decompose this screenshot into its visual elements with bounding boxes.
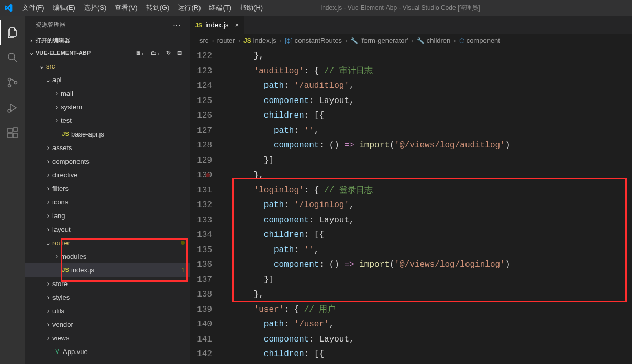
chevron-right-icon: › [44, 334, 52, 342]
tree-item[interactable]: ›directive [25, 168, 190, 181]
breakpoint-icon[interactable] [206, 173, 210, 177]
menu-edit[interactable]: 编辑(E) [49, 1, 80, 15]
tree-item[interactable]: ›store [25, 277, 190, 290]
chevron-right-icon: › [27, 37, 36, 43]
line-number[interactable]: 133 [190, 213, 212, 228]
bc-form[interactable]: 'form-generator' [360, 37, 408, 44]
line-number[interactable]: 142 [190, 347, 212, 362]
tree-item[interactable]: ›components [25, 154, 190, 168]
tree-item[interactable]: ›icons [25, 195, 190, 209]
title-bar: 文件(F) 编辑(E) 选择(S) 查看(V) 转到(G) 运行(R) 终端(T… [0, 0, 632, 16]
tree-item-label: api [52, 76, 190, 84]
tree-item[interactable]: ›lang [25, 209, 190, 222]
tree-item[interactable]: ›utils [25, 304, 190, 317]
line-number[interactable]: 122 [190, 49, 212, 64]
extensions-icon [6, 127, 19, 139]
tree-item[interactable]: ⌄api [25, 73, 190, 86]
tree-item-label: App.vue [63, 348, 190, 356]
menu-run[interactable]: 运行(R) [173, 1, 205, 15]
line-number[interactable]: 127 [190, 123, 212, 139]
refresh-icon[interactable]: ↻ [166, 50, 171, 56]
new-file-icon[interactable]: 🗎₊ [136, 50, 145, 56]
line-number[interactable]: 134 [190, 228, 212, 243]
collapse-icon[interactable]: ⊟ [177, 50, 182, 56]
project-section[interactable]: ⌄ VUE-ELEMENT-ABP 🗎₊ 🗀₊ ↻ ⊟ [25, 47, 190, 59]
chevron-down-icon: ⌄ [44, 75, 52, 84]
menu-file[interactable]: 文件(F) [18, 1, 49, 15]
line-number[interactable]: 138 [190, 287, 212, 302]
menu-view[interactable]: 查看(V) [110, 1, 141, 15]
line-number[interactable]: 141 [190, 332, 212, 347]
activity-extensions[interactable] [0, 120, 25, 145]
tree-item[interactable]: ›test [25, 113, 190, 127]
tab-index-js[interactable]: JS index.js × [190, 16, 245, 34]
breadcrumbs[interactable]: src› router› JS index.js› [ϕ] constantRo… [190, 34, 632, 48]
tree-item[interactable]: ›views [25, 331, 190, 345]
line-number[interactable]: 131 [190, 183, 212, 198]
line-number[interactable]: 135 [190, 243, 212, 258]
bc-children[interactable]: children [427, 37, 451, 44]
menu-terminal[interactable]: 终端(T) [205, 1, 236, 15]
line-number[interactable]: 125 [190, 94, 212, 109]
tree-item[interactable]: ⌄src [25, 59, 190, 73]
svg-point-1 [8, 78, 11, 81]
tree-item[interactable]: ›assets [25, 141, 190, 154]
line-number[interactable]: 132 [190, 198, 212, 213]
editor-tabs: JS index.js × [190, 16, 632, 34]
activity-search[interactable] [0, 45, 25, 70]
tree-item[interactable]: ›mall [25, 86, 190, 100]
line-number[interactable]: 136 [190, 257, 212, 272]
open-editors-section[interactable]: › 打开的编辑器 [25, 34, 190, 47]
line-number[interactable]: 137 [190, 272, 212, 288]
new-folder-icon[interactable]: 🗀₊ [151, 50, 160, 56]
activity-explorer[interactable] [0, 20, 25, 45]
git-modified-icon [181, 241, 185, 245]
bc-router[interactable]: router [217, 37, 235, 44]
chevron-right-icon: › [44, 306, 52, 315]
debug-icon [6, 101, 19, 114]
tree-item-label: utils [52, 307, 190, 315]
tree-item[interactable]: ›system [25, 100, 190, 113]
tree-item[interactable]: ›vendor [25, 317, 190, 331]
wrench-icon: 🔧 [350, 37, 358, 44]
svg-rect-5 [8, 128, 12, 132]
svg-point-2 [8, 85, 11, 87]
bc-file[interactable]: index.js [253, 37, 276, 44]
line-number[interactable]: 128 [190, 138, 212, 153]
menu-help[interactable]: 帮助(H) [236, 1, 267, 15]
bc-const[interactable]: constantRoutes [295, 37, 342, 44]
bc-component[interactable]: component [467, 37, 500, 44]
close-icon[interactable]: × [235, 21, 239, 29]
menu-select[interactable]: 选择(S) [80, 1, 110, 15]
files-icon [7, 26, 19, 39]
tree-item[interactable]: ›modules [25, 249, 190, 263]
chevron-right-icon: › [44, 198, 52, 206]
tree-item[interactable]: JSbase-api.js [25, 127, 190, 141]
svg-rect-7 [13, 133, 17, 138]
tree-item[interactable]: ⌄router [25, 236, 190, 249]
activity-scm[interactable] [0, 70, 25, 95]
line-number[interactable]: 129 [190, 153, 212, 168]
line-number[interactable]: 123 [190, 64, 212, 79]
tab-label: index.js [205, 21, 228, 29]
more-icon[interactable]: ··· [173, 20, 181, 30]
line-number[interactable]: 140 [190, 317, 212, 332]
tree-item[interactable]: VApp.vue [25, 345, 190, 358]
line-number[interactable]: 126 [190, 108, 212, 123]
svg-point-0 [8, 53, 15, 60]
line-number[interactable]: 139 [190, 302, 212, 317]
activity-debug[interactable] [0, 95, 25, 120]
tree-item[interactable]: ›styles [25, 290, 190, 304]
line-number[interactable]: 124 [190, 78, 212, 94]
line-gutter[interactable]: 1221231241251261271281291301311321331341… [190, 48, 224, 364]
svg-rect-8 [14, 128, 17, 131]
tree-item-label: index.js [71, 266, 181, 274]
js-file-icon: JS [61, 131, 70, 137]
tree-item[interactable]: JSindex.js1 [25, 263, 190, 277]
bc-src[interactable]: src [199, 37, 208, 44]
tree-item[interactable]: ›layout [25, 222, 190, 236]
tree-item[interactable]: ›filters [25, 181, 190, 195]
code-editor[interactable]: }, 'auditlog': { // 审计日志 path: '/auditlo… [224, 48, 632, 364]
menu-go[interactable]: 转到(G) [142, 1, 174, 15]
chevron-right-icon: › [52, 103, 61, 111]
